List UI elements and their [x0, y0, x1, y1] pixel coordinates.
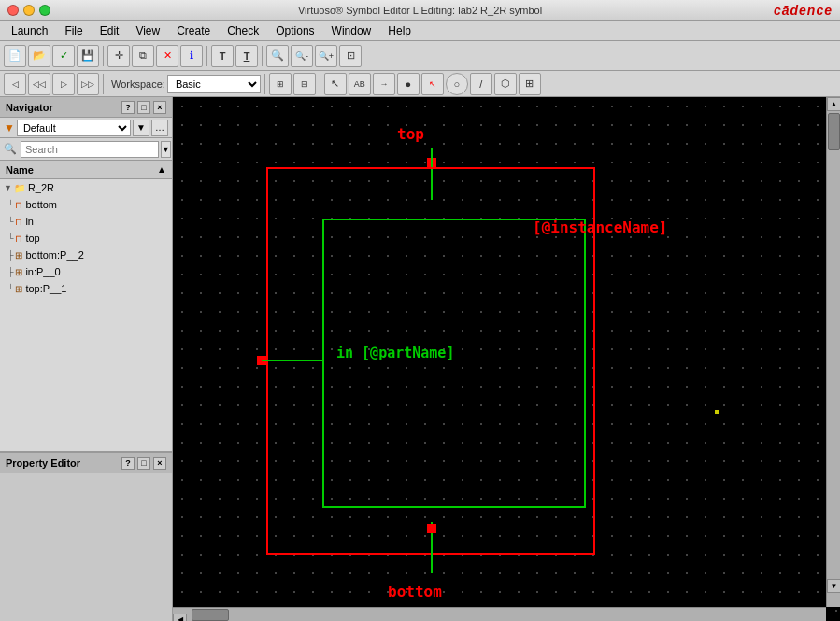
- filter-more-btn[interactable]: …: [151, 120, 168, 136]
- filter-select[interactable]: Default: [17, 120, 131, 136]
- h-scrollbar[interactable]: ◀: [173, 607, 826, 621]
- search-input[interactable]: [21, 141, 159, 158]
- pin2-icon: ⊞: [15, 284, 22, 294]
- copy-button[interactable]: ⧉: [132, 45, 154, 67]
- scroll-indicator: ▲: [157, 164, 166, 175]
- table-button[interactable]: ⊞: [519, 73, 541, 95]
- pin2-icon: ⊞: [15, 267, 22, 277]
- h-scroll-thumb[interactable]: [192, 609, 229, 621]
- tree-label: top: [25, 233, 39, 244]
- select-button[interactable]: ↖: [421, 73, 444, 95]
- bottom-pin: [427, 524, 436, 533]
- separator4: [103, 74, 104, 94]
- redo-button[interactable]: ▷: [52, 73, 75, 95]
- window-title: Virtuoso® Symbol Editor L Editing: lab2 …: [298, 5, 542, 16]
- separator6: [320, 74, 320, 94]
- menu-window[interactable]: Window: [324, 22, 379, 39]
- zoom-box-button[interactable]: ⊡: [339, 45, 362, 67]
- separator3: [262, 46, 263, 66]
- circle-button[interactable]: ●: [397, 73, 420, 95]
- cursor-button[interactable]: ↖: [324, 73, 347, 95]
- text3-button[interactable]: AB: [349, 73, 371, 95]
- window-controls: [7, 5, 50, 16]
- undo-button[interactable]: ◁: [4, 73, 26, 95]
- move-button[interactable]: ✛: [107, 45, 130, 67]
- menu-view[interactable]: View: [128, 22, 167, 39]
- menu-launch[interactable]: Launch: [4, 22, 55, 39]
- open-button[interactable]: 📂: [28, 45, 50, 67]
- filter-dropdown-btn[interactable]: ▼: [133, 120, 149, 136]
- zoom-in-button[interactable]: 🔍: [266, 45, 289, 67]
- inner-rect: [322, 219, 586, 508]
- redo2-button[interactable]: ▷▷: [77, 73, 99, 95]
- tree-area[interactable]: ▼ 📁 R_2R └ ⊓ bottom └ ⊓ in └ ⊓ top: [0, 179, 172, 451]
- line-button[interactable]: /: [470, 73, 492, 95]
- expand-icon: └: [7, 284, 13, 293]
- top-label: top: [397, 125, 424, 143]
- canvas-area[interactable]: top bottom in [@partName] [@instanceName…: [173, 97, 840, 621]
- pe-help-button[interactable]: ?: [121, 457, 135, 470]
- tb2-btn1[interactable]: ⊞: [269, 73, 292, 95]
- text2-button[interactable]: T: [235, 45, 258, 67]
- zoom-out-button[interactable]: 🔍-: [291, 45, 313, 67]
- v-scrollbar[interactable]: ▲ ▼: [826, 97, 840, 607]
- info-button[interactable]: ℹ: [180, 45, 203, 67]
- folder-icon: 📁: [14, 183, 25, 193]
- poly-button[interactable]: ⬡: [494, 73, 517, 95]
- close-button[interactable]: [7, 5, 19, 16]
- zoom-fit-button[interactable]: 🔍+: [315, 45, 337, 67]
- scroll-left-button[interactable]: ◀: [173, 614, 187, 621]
- tree-item-in-p0[interactable]: ├ ⊞ in:P__0: [0, 263, 172, 280]
- pe-float-button[interactable]: □: [137, 457, 150, 470]
- menu-edit[interactable]: Edit: [93, 22, 127, 39]
- delete-button[interactable]: ✕: [156, 45, 178, 67]
- menu-help[interactable]: Help: [380, 22, 419, 39]
- navigator-help-button[interactable]: ?: [121, 101, 135, 114]
- new-button[interactable]: 📄: [4, 45, 26, 67]
- navigator-float-button[interactable]: □: [137, 101, 150, 114]
- cadence-logo: cādence: [774, 3, 833, 18]
- search-dropdown-btn[interactable]: ▼: [161, 141, 171, 158]
- search-icon: 🔍: [4, 143, 17, 155]
- tree-label: R_2R: [28, 182, 54, 193]
- tree-item-bottom[interactable]: └ ⊓ bottom: [0, 196, 172, 213]
- minimize-button[interactable]: [23, 5, 35, 16]
- expand-icon: ├: [7, 267, 13, 276]
- arrow-button[interactable]: →: [373, 73, 395, 95]
- pin-icon: ⊓: [15, 217, 22, 227]
- tree-item-r2r[interactable]: ▼ 📁 R_2R: [0, 179, 172, 196]
- navigator-close-button[interactable]: ×: [153, 101, 166, 114]
- scroll-up-button[interactable]: ▲: [827, 97, 840, 111]
- scroll-down-button[interactable]: ▼: [827, 579, 840, 593]
- name-column-label: Name: [6, 164, 34, 176]
- tree-item-top-p1[interactable]: └ ⊞ top:P__1: [0, 280, 172, 297]
- workspace-select[interactable]: Basic: [167, 75, 261, 93]
- menu-file[interactable]: File: [57, 22, 90, 39]
- tree-item-top[interactable]: └ ⊓ top: [0, 230, 172, 247]
- undo2-button[interactable]: ◁◁: [28, 73, 50, 95]
- tree-label: top:P__1: [25, 283, 66, 294]
- oval-button[interactable]: ○: [446, 73, 468, 95]
- expand-icon: └: [7, 200, 13, 209]
- separator2: [206, 46, 207, 66]
- save-button[interactable]: 💾: [77, 45, 99, 67]
- pe-close-button[interactable]: ×: [153, 457, 166, 470]
- menu-check[interactable]: Check: [220, 22, 266, 39]
- menu-create[interactable]: Create: [169, 22, 218, 39]
- tree-item-in[interactable]: └ ⊓ in: [0, 213, 172, 230]
- text-button[interactable]: T: [211, 45, 234, 67]
- tree-item-bottom-p2[interactable]: ├ ⊞ bottom:P__2: [0, 247, 172, 263]
- property-editor-panel: Property Editor ? □ ×: [0, 453, 172, 621]
- menu-options[interactable]: Options: [268, 22, 321, 39]
- tb2-btn2[interactable]: ⊟: [293, 73, 316, 95]
- navigator-panel: Navigator ? □ × ▼ Default ▼ … 🔍: [0, 97, 172, 453]
- property-editor-header: Property Editor ? □ ×: [0, 453, 172, 473]
- navigator-header: Navigator ? □ ×: [0, 97, 172, 118]
- maximize-button[interactable]: [39, 5, 50, 16]
- check-button[interactable]: ✓: [52, 45, 75, 67]
- filter-row: ▼ Default ▼ …: [0, 118, 172, 138]
- property-editor-header-icons: ? □ ×: [121, 457, 166, 470]
- v-scroll-thumb[interactable]: [828, 113, 840, 150]
- pin-icon: ⊓: [15, 200, 22, 210]
- workspace-label: Workspace:: [111, 78, 165, 90]
